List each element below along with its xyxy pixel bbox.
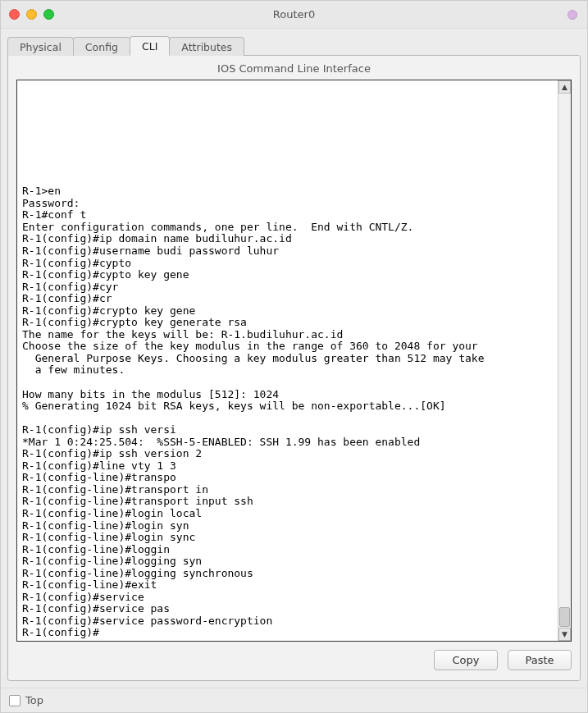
scroll-thumb[interactable] <box>559 607 570 627</box>
app-window: Router0 Physical Config CLI Attributes I… <box>0 0 588 713</box>
paste-button[interactable]: Paste <box>508 650 572 670</box>
button-row: Copy Paste <box>16 642 572 670</box>
cli-terminal[interactable]: R-1>en Password: R-1#conf t Enter config… <box>17 80 558 641</box>
tab-attributes[interactable]: Attributes <box>169 37 244 56</box>
tab-cli[interactable]: CLI <box>130 36 170 56</box>
presence-dot-icon <box>567 10 577 20</box>
tab-physical[interactable]: Physical <box>7 37 74 56</box>
tab-bar: Physical Config CLI Attributes <box>7 34 581 55</box>
top-label: Top <box>25 694 43 706</box>
panel-title: IOS Command Line Interface <box>16 61 572 80</box>
close-window-button[interactable] <box>9 9 20 20</box>
tab-config[interactable]: Config <box>73 37 130 56</box>
copy-button[interactable]: Copy <box>434 650 498 670</box>
terminal-container: R-1>en Password: R-1#conf t Enter config… <box>16 80 572 642</box>
cli-panel: IOS Command Line Interface R-1>en Passwo… <box>7 55 581 681</box>
top-checkbox[interactable] <box>9 695 21 706</box>
maximize-window-button[interactable] <box>43 9 54 20</box>
minimize-window-button[interactable] <box>26 9 37 20</box>
titlebar: Router0 <box>1 1 587 29</box>
footer: Top <box>1 688 587 712</box>
scroll-up-arrow-icon[interactable]: ▲ <box>558 80 571 94</box>
content-area: Physical Config CLI Attributes IOS Comma… <box>1 29 587 688</box>
window-controls <box>1 9 54 20</box>
scroll-down-arrow-icon[interactable]: ▼ <box>558 628 571 641</box>
window-title: Router0 <box>1 8 587 21</box>
terminal-scrollbar[interactable]: ▲ ▼ <box>558 80 571 641</box>
